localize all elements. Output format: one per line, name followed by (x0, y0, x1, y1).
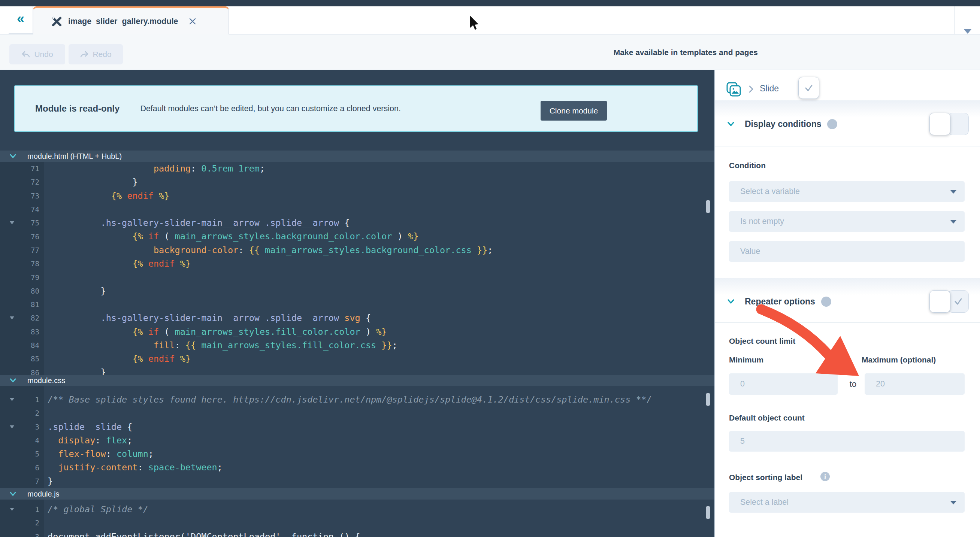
module-tools-icon (51, 15, 62, 27)
section-collapse-chevron-icon (10, 378, 16, 383)
section-collapse-chevron-icon (10, 492, 16, 496)
section-chevron-icon[interactable] (727, 299, 735, 304)
check-icon (803, 83, 814, 93)
section-header-module-html[interactable]: module.html (HTML + HubL) (0, 151, 714, 162)
tab-image-slider-gallery-module[interactable]: image_slider_gallery.module (33, 6, 229, 35)
collapse-sidebar-button[interactable]: « (9, 6, 33, 34)
code-text: {% if ( main_arrows_styles.fill_color.co… (48, 325, 387, 338)
section-header-module-css[interactable]: module.css (0, 375, 714, 386)
fold-toggle-icon[interactable] (10, 398, 14, 401)
sorting-label-select[interactable]: Select a label (729, 492, 965, 513)
code-line: 1/* global Splide */ (0, 502, 714, 516)
line-number: 82 (13, 314, 39, 322)
code-line: 81 (0, 298, 714, 311)
object-sorting-label: Object sorting label (729, 473, 802, 482)
code-line: 73 {% endif %} (0, 189, 714, 203)
code-area-module-js[interactable]: 1/* global Splide */23document.addEventL… (0, 500, 714, 537)
code-text: {% if ( main_arrows_styles.background_co… (48, 230, 418, 243)
code-line: 76 {% if ( main_arrows_styles.background… (0, 230, 714, 243)
code-line: 85 {% endif %} (0, 352, 714, 365)
undo-icon (21, 50, 30, 59)
section-collapse-chevron-icon (10, 154, 16, 159)
condition-label: Condition (729, 161, 766, 170)
condition-value-input[interactable] (729, 241, 965, 262)
section-label: module.css (27, 377, 65, 385)
banner-title: Module is read-only (35, 103, 119, 114)
editor-toolbar: Undo Redo Make available in templates an… (0, 35, 980, 70)
code-area-module-css[interactable]: 1/** Base splide styles found here. http… (0, 386, 714, 488)
line-number: 3 (13, 532, 39, 537)
code-area-module-html[interactable]: 71 padding: 0.5rem 1rem;72 }73 {% endif … (0, 162, 714, 375)
toggle-track (948, 290, 969, 313)
display-conditions-toggle[interactable] (929, 113, 969, 135)
variable-select[interactable]: Select a variable (729, 181, 965, 202)
minimum-label: Minimum (729, 355, 764, 364)
tab-title: image_slider_gallery.module (68, 17, 178, 26)
line-number: 73 (13, 192, 39, 200)
object-sorting-info-icon[interactable]: i (821, 472, 830, 481)
scrollbar-thumb[interactable] (706, 200, 710, 213)
line-number: 6 (13, 464, 39, 472)
code-line: 3document.addEventListener('DOMContentLo… (0, 530, 714, 537)
scrollbar-thumb[interactable] (706, 393, 710, 406)
fold-toggle-icon[interactable] (10, 508, 14, 511)
code-text: } (48, 175, 138, 189)
fold-toggle-icon[interactable] (10, 221, 14, 224)
display-conditions-section: Display conditions i (715, 100, 980, 146)
to-label: to (842, 373, 865, 395)
read-only-banner: Module is read-only Default modules can’… (14, 86, 698, 132)
code-text: flex-flow: column; (48, 447, 154, 461)
line-number: 74 (13, 205, 39, 213)
select-caret-icon (950, 501, 956, 504)
code-line: 4 display: flex; (0, 434, 714, 447)
redo-button[interactable]: Redo (68, 44, 123, 64)
code-text: padding: 0.5rem 1rem; (48, 162, 265, 175)
repeater-options-info-icon[interactable]: i (821, 297, 831, 307)
breadcrumb-current[interactable]: Slide (760, 84, 779, 94)
clone-module-button[interactable]: Clone module (541, 101, 607, 121)
line-number: 3 (13, 423, 39, 431)
maximum-input[interactable] (865, 373, 965, 395)
select-caret-icon (950, 220, 956, 224)
repeater-options-section: Repeater options i (715, 278, 980, 323)
tab-overflow-caret-icon[interactable] (964, 29, 972, 34)
fold-toggle-icon[interactable] (10, 426, 14, 428)
minimum-input[interactable] (729, 373, 838, 395)
line-number: 81 (13, 300, 39, 308)
code-line: 6 justify-content: space-between; (0, 461, 714, 474)
repeater-options-title: Repeater options (745, 297, 815, 307)
section-chevron-icon[interactable] (727, 121, 735, 127)
line-number: 85 (13, 354, 39, 363)
code-text: } (48, 475, 53, 488)
section-header-module-js[interactable]: module.js (0, 488, 714, 500)
tab-close-icon[interactable] (188, 17, 197, 26)
code-line: 86 } (0, 365, 714, 375)
operator-select[interactable]: Is not empty (729, 211, 965, 232)
code-line: 1/** Base splide styles found here. http… (0, 393, 714, 406)
line-number: 4 (13, 436, 39, 445)
scrollbar-thumb[interactable] (706, 506, 710, 519)
line-number: 86 (13, 369, 39, 375)
code-text: .splide__slide { (48, 420, 132, 434)
code-text: /** Base splide styles found here. https… (48, 393, 652, 406)
collapse-chevrons-icon: « (17, 12, 24, 25)
display-conditions-title: Display conditions (745, 119, 821, 129)
default-object-count-input[interactable] (729, 431, 965, 451)
repeater-options-toggle[interactable] (929, 290, 969, 313)
fold-toggle-icon[interactable] (10, 316, 14, 319)
line-number: 2 (13, 519, 39, 527)
code-line: 2 (0, 406, 714, 420)
line-number: 80 (13, 287, 39, 295)
code-line: 5 flex-flow: column; (0, 447, 714, 461)
line-number: 1 (13, 505, 39, 513)
display-conditions-info-icon[interactable]: i (827, 119, 837, 129)
code-line: 82 .hs-gallery-slider-main__arrow .splid… (0, 311, 714, 325)
code-text: } (48, 284, 106, 298)
undo-button[interactable]: Undo (10, 44, 65, 64)
code-text: {% endif %} (48, 189, 169, 203)
code-text: fill: {{ main_arrows_styles.fill_color.c… (48, 338, 398, 352)
code-line: 80 } (0, 284, 714, 298)
code-text: justify-content: space-between; (48, 461, 223, 474)
code-line: 3.splide__slide { (0, 420, 714, 434)
code-line: 74 (0, 203, 714, 216)
